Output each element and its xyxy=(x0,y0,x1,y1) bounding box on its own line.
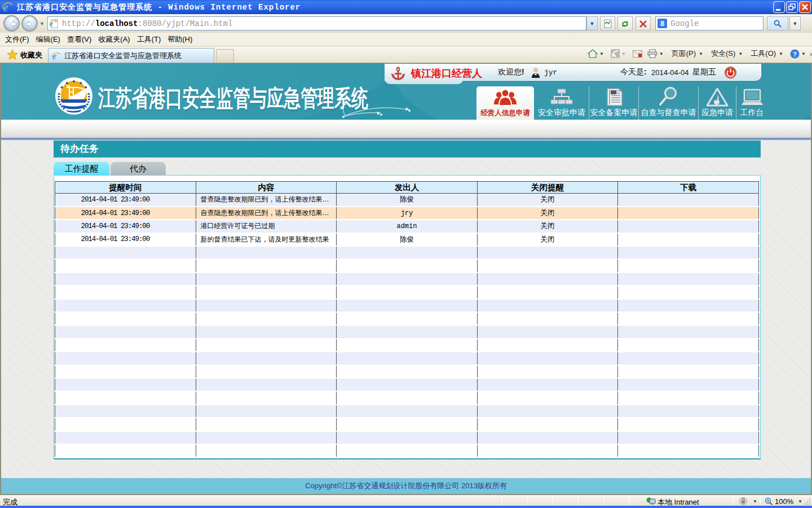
svg-text:?: ? xyxy=(793,50,797,57)
